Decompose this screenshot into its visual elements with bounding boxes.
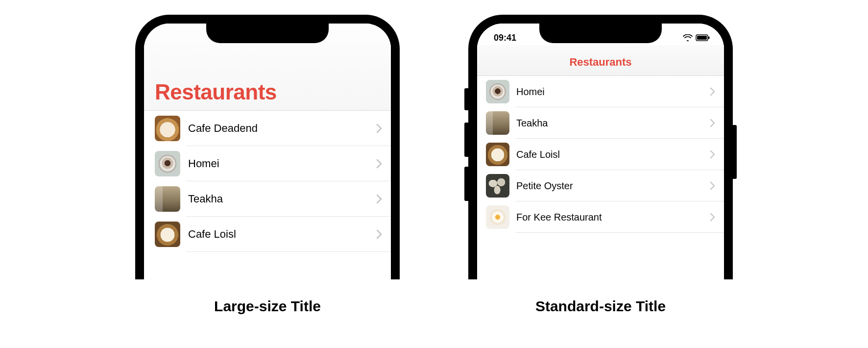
- list-item[interactable]: Homei: [477, 76, 724, 107]
- list-item[interactable]: Cafe Deadend: [144, 111, 391, 146]
- chevron-right-icon: [376, 194, 382, 204]
- chevron-right-icon: [376, 124, 382, 133]
- chevron-right-icon: [376, 229, 382, 239]
- restaurant-name: Teakha: [188, 193, 376, 205]
- device-frame: Restaurants Cafe Deadend Homei Teakha: [135, 15, 400, 279]
- list-item[interactable]: Cafe Loisl: [144, 217, 391, 252]
- list-item[interactable]: Petite Oyster: [477, 170, 724, 201]
- device-side-button: [464, 167, 468, 201]
- phone-standard-title: 09:41 Restaurants Homei: [468, 15, 733, 315]
- list-item[interactable]: Teakha: [144, 181, 391, 217]
- device-frame: 09:41 Restaurants Homei: [468, 15, 733, 279]
- restaurant-thumbnail: [486, 205, 509, 229]
- list-item[interactable]: Cafe Loisl: [477, 139, 724, 170]
- list-item[interactable]: Teakha: [477, 107, 724, 139]
- chevron-right-icon: [710, 119, 715, 127]
- restaurant-name: Petite Oyster: [516, 180, 710, 192]
- restaurant-thumbnail: [486, 111, 509, 135]
- restaurants-list[interactable]: Cafe Deadend Homei Teakha Cafe Loisl: [144, 111, 391, 252]
- restaurant-thumbnail: [486, 174, 509, 198]
- chevron-right-icon: [710, 87, 715, 96]
- chevron-right-icon: [710, 213, 715, 222]
- restaurant-name: Cafe Loisl: [516, 149, 710, 160]
- chevron-right-icon: [376, 159, 382, 169]
- status-icons: [683, 34, 710, 41]
- svg-rect-1: [697, 36, 707, 40]
- restaurant-thumbnail: [155, 222, 180, 247]
- restaurants-list[interactable]: Homei Teakha Cafe Loisl: [477, 76, 724, 233]
- navigation-bar: Restaurants: [477, 45, 724, 76]
- status-time: 09:41: [494, 33, 516, 43]
- wifi-icon: [683, 34, 693, 41]
- device-side-button: [464, 88, 468, 110]
- device-notch: [206, 23, 329, 43]
- restaurant-name: For Kee Restaurant: [516, 212, 710, 223]
- restaurant-name: Cafe Loisl: [188, 228, 376, 241]
- chevron-right-icon: [710, 181, 715, 190]
- screen: 09:41 Restaurants Homei: [477, 24, 724, 279]
- restaurant-name: Teakha: [516, 118, 710, 129]
- device-notch: [539, 23, 662, 43]
- list-item[interactable]: For Kee Restaurant: [477, 201, 724, 233]
- restaurant-thumbnail: [155, 116, 180, 141]
- device-side-button: [733, 125, 737, 179]
- restaurant-thumbnail: [155, 186, 180, 212]
- restaurant-name: Homei: [188, 157, 376, 170]
- chevron-right-icon: [710, 150, 715, 159]
- restaurant-name: Cafe Deadend: [188, 122, 376, 135]
- restaurant-name: Homei: [516, 86, 710, 98]
- restaurant-thumbnail: [155, 151, 180, 176]
- page-title: Restaurants: [569, 56, 631, 68]
- restaurant-thumbnail: [486, 143, 509, 166]
- list-item[interactable]: Homei: [144, 146, 391, 181]
- phone-large-title: Restaurants Cafe Deadend Homei Teakha: [135, 15, 400, 315]
- svg-rect-2: [708, 37, 710, 39]
- restaurant-thumbnail: [486, 80, 509, 103]
- figure-caption: Standard-size Title: [535, 298, 666, 315]
- battery-icon: [696, 34, 710, 41]
- figure-caption: Large-size Title: [214, 298, 321, 315]
- page-title: Restaurants: [155, 80, 380, 104]
- device-wrapper: 09:41 Restaurants Homei: [468, 15, 733, 279]
- screen: Restaurants Cafe Deadend Homei Teakha: [144, 24, 391, 279]
